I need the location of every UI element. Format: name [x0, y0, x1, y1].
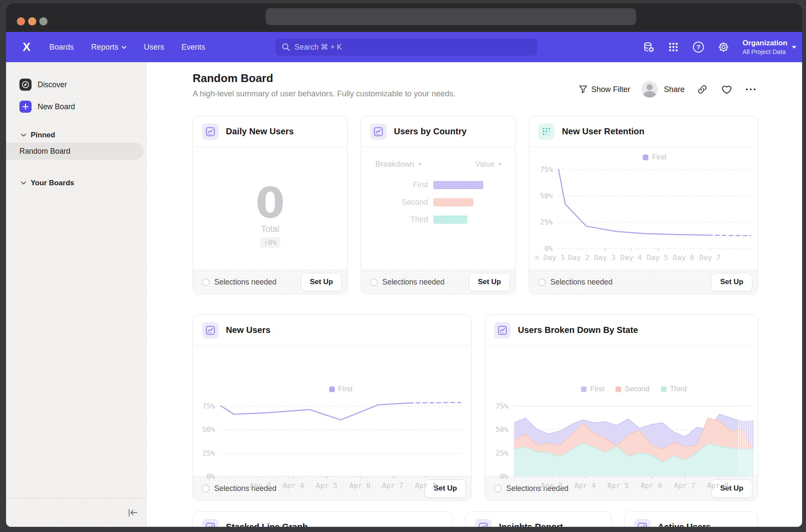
search-icon: [282, 43, 290, 51]
svg-text:?: ?: [697, 44, 701, 51]
org-switcher[interactable]: Organization All Project Data: [743, 38, 796, 55]
nav-item-label: Users: [144, 43, 164, 52]
insights-chart-icon: [634, 519, 651, 527]
set-up-button[interactable]: Set Up: [711, 273, 752, 291]
mixpanel-logo[interactable]: X: [21, 41, 32, 53]
window-titlebar: [6, 3, 802, 32]
bar-category-label: Second: [376, 198, 428, 207]
insights-chart-icon: [494, 322, 511, 339]
favorite-heart-icon[interactable]: [720, 83, 733, 96]
card-footer: Selections needed Set Up: [193, 269, 347, 294]
sidebar-item-label: New Board: [38, 102, 75, 111]
new-users-chart: 75%50%25%0%Apr 3Apr 4Apr 5Apr 6Apr 7Apr …: [221, 396, 461, 476]
sidebar-section-your-boards[interactable]: Your Boards: [21, 179, 74, 187]
legend-item: Third: [661, 385, 687, 393]
footer-status: Selections needed: [550, 278, 612, 287]
card-active-users[interactable]: Active Users: [625, 511, 758, 527]
avatar[interactable]: [641, 81, 658, 98]
nav-item-users[interactable]: Users: [144, 43, 164, 52]
sidebar-section-pinned[interactable]: Pinned: [21, 131, 55, 139]
chevron-down-icon: [498, 163, 502, 166]
sidebar-item-label: Discover: [38, 80, 67, 89]
board-content: Random Board A high-level summary of use…: [147, 62, 802, 527]
card-new-user-retention[interactable]: New User Retention 75%50%25%0%< Day 1Day…: [529, 116, 758, 294]
set-up-button[interactable]: Set Up: [469, 273, 510, 291]
set-up-button[interactable]: Set Up: [301, 273, 342, 291]
insights-chart-icon: [202, 519, 219, 527]
show-filter-button[interactable]: Show Filter: [579, 85, 630, 94]
radio-icon[interactable]: [538, 279, 546, 286]
sidebar: Discover New Board Pinned Random Board Y…: [6, 62, 147, 527]
card-title: Insights Report: [499, 522, 563, 527]
nav-item-events[interactable]: Events: [181, 43, 205, 52]
retention-grid-icon: [538, 124, 555, 140]
card-title: Daily New Users: [226, 127, 294, 136]
search-input[interactable]: Search ⌘ + K: [276, 38, 537, 56]
nav-item-reports[interactable]: Reports: [91, 43, 127, 52]
sidebar-item-label: Random Board: [19, 147, 70, 156]
address-bar[interactable]: [266, 8, 636, 25]
insights-chart-icon: [370, 124, 387, 140]
nav-item-boards[interactable]: Boards: [49, 43, 74, 52]
sidebar-item-random-board[interactable]: Random Board: [6, 142, 143, 160]
org-name: Organization: [743, 38, 787, 48]
dropdown-label: Value: [475, 160, 495, 169]
dropdown-label: Breakdown: [375, 160, 414, 169]
data-management-icon[interactable]: [642, 41, 654, 53]
insights-chart-icon: [202, 124, 219, 140]
more-options-icon[interactable]: [744, 83, 757, 96]
card-insights-report[interactable]: Insights Report: [466, 511, 612, 527]
card-title: Users Broken Down By State: [518, 325, 638, 335]
plus-icon: [19, 101, 32, 113]
collapse-sidebar-icon[interactable]: [127, 507, 140, 518]
chevron-down-icon: [21, 133, 26, 137]
chevron-down-icon: [21, 181, 26, 185]
bar-first: [433, 181, 483, 189]
share-button[interactable]: Share: [664, 85, 685, 94]
page-description: A high-level summary of user behaviors. …: [193, 89, 456, 98]
window-minimize-icon[interactable]: [28, 17, 36, 25]
value-dropdown[interactable]: Value: [475, 160, 502, 169]
legend-item: First: [581, 385, 604, 393]
nav-item-label: Boards: [49, 43, 74, 52]
sidebar-item-new-board[interactable]: New Board: [19, 101, 75, 113]
sidebar-divider: [6, 498, 147, 498]
radio-icon[interactable]: [202, 279, 209, 286]
compass-icon: [19, 79, 32, 91]
apps-grid-icon[interactable]: [667, 41, 679, 53]
radio-icon[interactable]: [370, 279, 378, 286]
org-subtitle: All Project Data: [743, 48, 786, 56]
card-users-by-country[interactable]: Users by Country Breakdown Value First S…: [361, 116, 516, 294]
card-new-users[interactable]: New Users 75%50%25%0%Apr 3Apr 4Apr 5Apr …: [193, 314, 472, 501]
window-close-icon[interactable]: [17, 17, 25, 25]
radio-icon[interactable]: [494, 485, 501, 492]
settings-gear-icon[interactable]: [717, 41, 730, 53]
app-window: X Boards Reports Users Events Search ⌘ +…: [6, 3, 802, 527]
card-users-by-state[interactable]: Users Broken Down By State 75%50%25%0%Ap…: [485, 314, 758, 501]
top-navbar: X Boards Reports Users Events Search ⌘ +…: [6, 32, 802, 62]
nav-item-label: Reports: [91, 43, 118, 52]
card-daily-new-users[interactable]: Daily New Users 0 Total ↑0% Selections n…: [193, 116, 348, 294]
card-stacked-line-graph[interactable]: Stacked Line Graph: [193, 511, 453, 527]
window-zoom-icon[interactable]: [39, 17, 48, 25]
share-label: Share: [664, 85, 685, 94]
radio-icon[interactable]: [202, 485, 209, 492]
metric-label: Total: [193, 224, 347, 234]
show-filter-label: Show Filter: [591, 85, 630, 94]
card-title: Users by Country: [394, 127, 466, 136]
footer-status: Selections needed: [382, 278, 444, 287]
sidebar-item-discover[interactable]: Discover: [19, 79, 67, 91]
breakdown-dropdown[interactable]: Breakdown: [375, 160, 422, 169]
by-state-chart: 75%50%25%0%Apr 3Apr 4Apr 5Apr 6Apr 7Apr …: [514, 396, 754, 476]
legend-item: First: [329, 385, 352, 393]
bar-second: [433, 198, 473, 206]
help-icon[interactable]: ?: [692, 41, 704, 53]
footer-status: Selections needed: [214, 278, 276, 287]
funnel-icon: [579, 85, 587, 94]
copy-link-icon[interactable]: [696, 83, 709, 96]
chevron-down-icon: [418, 163, 422, 166]
page-title: Random Board: [193, 72, 273, 85]
retention-chart: 75%50%25%0%< Day 1Day 2Day 3Day 4Day 5Da…: [558, 159, 751, 248]
chevron-down-icon: [792, 46, 796, 49]
sidebar-section-label: Your Boards: [31, 179, 74, 187]
